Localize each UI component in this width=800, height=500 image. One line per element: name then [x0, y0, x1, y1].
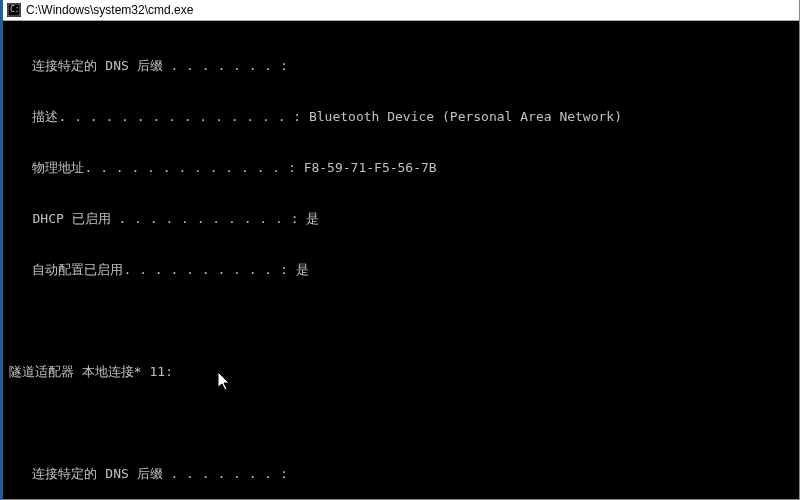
cmd-icon: C:: [7, 3, 21, 17]
titlebar[interactable]: C: C:\Windows\system32\cmd.exe: [3, 0, 799, 21]
adapter-header: 隧道适配器 本地连接* 11:: [9, 363, 793, 380]
blank-line: [9, 312, 793, 329]
svg-text:C:: C:: [10, 5, 20, 14]
output-line: 描述. . . . . . . . . . . . . . . : Blueto…: [9, 108, 793, 125]
terminal-area[interactable]: 连接特定的 DNS 后缀 . . . . . . . : 描述. . . . .…: [3, 21, 799, 499]
window-title: C:\Windows\system32\cmd.exe: [26, 3, 193, 17]
cmd-window: C: C:\Windows\system32\cmd.exe 连接特定的 DNS…: [0, 0, 800, 500]
output-line: 连接特定的 DNS 后缀 . . . . . . . :: [9, 465, 793, 482]
output-line: 物理地址. . . . . . . . . . . . . : F8-59-71…: [9, 159, 793, 176]
output-line: 连接特定的 DNS 后缀 . . . . . . . :: [9, 57, 793, 74]
output-line: DHCP 已启用 . . . . . . . . . . . : 是: [9, 210, 793, 227]
blank-line: [9, 414, 793, 431]
output-line: 自动配置已启用. . . . . . . . . . : 是: [9, 261, 793, 278]
